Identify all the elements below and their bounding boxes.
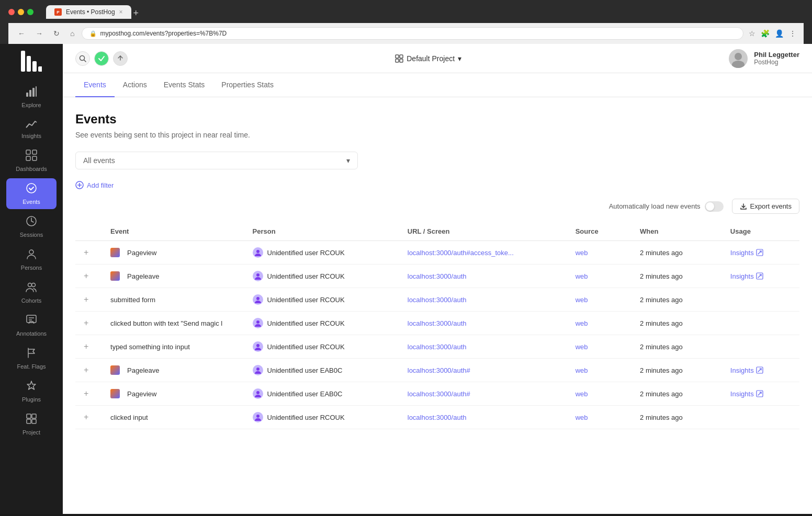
- usage-cell: Insights: [722, 241, 799, 265]
- menu-button[interactable]: ⋮: [788, 28, 797, 39]
- insights-link[interactable]: Insights: [730, 366, 791, 374]
- expand-button[interactable]: +: [84, 342, 88, 351]
- close-window-button[interactable]: [8, 9, 15, 15]
- project-dropdown-icon: ▾: [458, 54, 461, 63]
- source-cell: web: [567, 359, 631, 382]
- minimize-window-button[interactable]: [18, 9, 24, 15]
- sidebar-item-dashboards[interactable]: Dashboards: [6, 145, 57, 176]
- page-subtitle: See events being sent to this project in…: [75, 131, 799, 139]
- extensions-button[interactable]: 🧩: [760, 28, 771, 39]
- user-name: Phil Leggetter: [754, 51, 799, 59]
- tab-events[interactable]: Events: [75, 73, 115, 97]
- source-tag[interactable]: web: [576, 343, 588, 351]
- event-cell: Pageview: [102, 241, 244, 265]
- person-name: Unidentified user RCOUK: [267, 272, 345, 280]
- svg-point-15: [28, 283, 32, 287]
- url-link[interactable]: localhost:3000/auth#access_toke...: [408, 249, 514, 257]
- source-tag[interactable]: web: [576, 249, 588, 257]
- source-tag[interactable]: web: [576, 319, 588, 327]
- url-link[interactable]: localhost:3000/auth#: [408, 390, 470, 398]
- svg-rect-22: [32, 414, 36, 418]
- project-selector[interactable]: Default Project ▾: [395, 54, 461, 63]
- auto-load-switch[interactable]: [705, 201, 724, 212]
- profile-button[interactable]: 👤: [774, 28, 785, 39]
- url-link[interactable]: localhost:3000/auth: [408, 319, 467, 327]
- tab-properties-stats[interactable]: Properties Stats: [213, 73, 282, 97]
- when-cell: 2 minutes ago: [631, 288, 722, 312]
- back-button[interactable]: ←: [15, 28, 28, 39]
- expand-button[interactable]: +: [84, 318, 88, 327]
- expand-button[interactable]: +: [84, 412, 88, 421]
- source-tag[interactable]: web: [576, 366, 588, 374]
- table-row: + Pageleave Unidentified user EAB0C loca…: [75, 359, 799, 382]
- tab-events-stats[interactable]: Events Stats: [155, 73, 213, 97]
- table-body: + Pageview Unidentified user RCOUK local…: [75, 241, 799, 429]
- url-link[interactable]: localhost:3000/auth#: [408, 366, 470, 374]
- url-link[interactable]: localhost:3000/auth: [408, 343, 467, 351]
- refresh-button[interactable]: ↻: [50, 28, 63, 39]
- maximize-window-button[interactable]: [27, 9, 33, 15]
- svg-rect-6: [32, 88, 35, 97]
- expand-button[interactable]: +: [84, 389, 88, 398]
- export-events-button[interactable]: Export events: [732, 199, 800, 214]
- cohorts-icon: [26, 281, 37, 295]
- events-filter-select[interactable]: All events ▾: [75, 152, 358, 169]
- url-cell: localhost:3000/auth: [399, 288, 567, 312]
- source-tag[interactable]: web: [576, 272, 588, 280]
- add-filter-button[interactable]: Add filter: [75, 178, 799, 192]
- sidebar-item-feat-flags[interactable]: Feat. Flags: [6, 343, 57, 374]
- url-cell: localhost:3000/auth: [399, 312, 567, 335]
- source-tag[interactable]: web: [576, 296, 588, 304]
- tab-title: Events • PostHog: [66, 8, 115, 16]
- svg-point-32: [735, 53, 742, 60]
- sidebar-item-persons[interactable]: Persons: [6, 244, 57, 275]
- source-tag[interactable]: web: [576, 390, 588, 398]
- address-bar[interactable]: 🔒 myposthog.com/events?properties=%7B%7D: [82, 27, 743, 40]
- person-name: Unidentified user RCOUK: [267, 414, 345, 421]
- home-button[interactable]: ⌂: [67, 28, 77, 39]
- source-cell: web: [567, 241, 631, 265]
- insights-link[interactable]: Insights: [730, 272, 791, 280]
- active-tab[interactable]: P Events • PostHog ×: [46, 5, 131, 19]
- status-ok-button[interactable]: [94, 51, 109, 66]
- expand-button[interactable]: +: [84, 271, 88, 280]
- event-name: submitted form: [110, 296, 155, 304]
- url-link[interactable]: localhost:3000/auth: [408, 272, 467, 280]
- sidebar-item-insights[interactable]: Insights: [6, 114, 57, 143]
- svg-rect-21: [27, 414, 31, 418]
- expand-button[interactable]: +: [84, 248, 88, 257]
- insights-label: Insights: [730, 366, 754, 374]
- sidebar-item-project-label: Project: [22, 429, 40, 435]
- source-cell: web: [567, 312, 631, 335]
- svg-point-46: [256, 344, 260, 347]
- user-avatar[interactable]: [729, 49, 748, 68]
- sidebar-item-annotations[interactable]: Annotations: [6, 310, 57, 341]
- sidebar-item-project[interactable]: Project: [6, 409, 57, 440]
- sidebar-item-sessions[interactable]: Sessions: [6, 211, 57, 242]
- when-cell: 2 minutes ago: [631, 241, 722, 265]
- insights-label: Insights: [730, 272, 754, 280]
- sidebar-item-cohorts[interactable]: Cohorts: [6, 277, 57, 308]
- sidebar-item-plugins[interactable]: Plugins: [6, 376, 57, 407]
- secure-icon: 🔒: [89, 30, 97, 37]
- new-tab-button[interactable]: +: [133, 8, 139, 19]
- browser-titlebar: P Events • PostHog × +: [8, 5, 804, 19]
- sidebar-item-events[interactable]: Events: [6, 178, 57, 209]
- url-cell: localhost:3000/auth#: [399, 382, 567, 406]
- svg-rect-24: [32, 419, 36, 423]
- tab-close-button[interactable]: ×: [119, 8, 123, 16]
- bookmark-button[interactable]: ☆: [748, 28, 757, 39]
- expand-button[interactable]: +: [84, 295, 88, 304]
- search-button[interactable]: [75, 51, 90, 66]
- url-link[interactable]: localhost:3000/auth: [408, 414, 467, 421]
- tab-actions[interactable]: Actions: [115, 73, 155, 97]
- expand-button[interactable]: +: [84, 365, 88, 374]
- table-row: + clicked button with text "Send magic l…: [75, 312, 799, 335]
- upload-button[interactable]: [113, 51, 128, 66]
- forward-button[interactable]: →: [32, 28, 46, 39]
- sidebar-item-explore[interactable]: Explore: [6, 82, 57, 112]
- url-link[interactable]: localhost:3000/auth: [408, 296, 467, 304]
- insights-link[interactable]: Insights: [730, 390, 791, 398]
- source-tag[interactable]: web: [576, 414, 588, 421]
- insights-link[interactable]: Insights: [730, 249, 791, 257]
